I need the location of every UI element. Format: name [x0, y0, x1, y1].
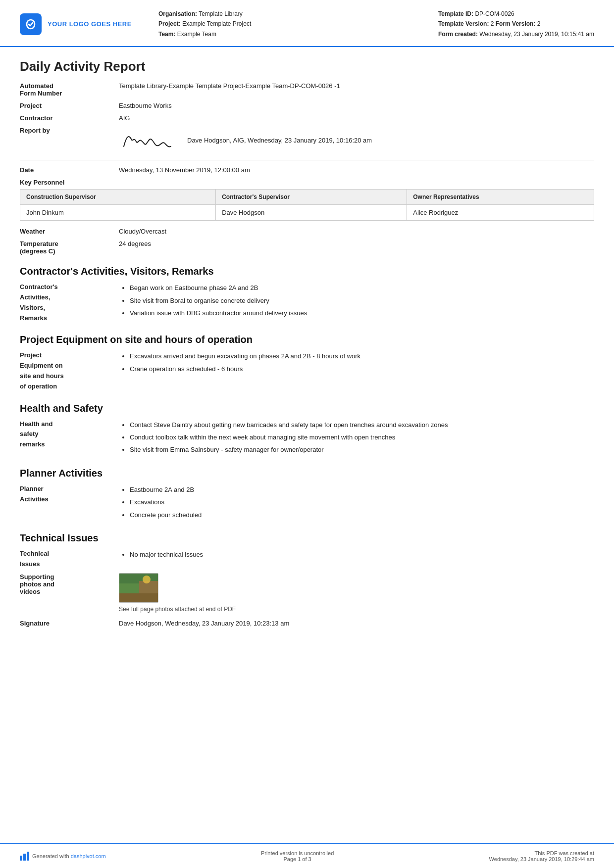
col-owner-representatives: Owner Representatives [407, 190, 594, 205]
list-item: Concrete pour scheduled [130, 509, 202, 521]
project-equipment-content: Project Equipment on site and hours of o… [20, 350, 594, 391]
footer-generated-text: Generated with dashpivot.com [32, 853, 106, 859]
form-version-label: Form Version: [496, 20, 536, 27]
contractors-activities-label: Contractor's Activities, Visitors, Remar… [20, 282, 119, 323]
planner-activities-label: Planner Activities [20, 484, 119, 505]
svg-point-4 [143, 576, 151, 583]
planner-activities-content: Planner Activities Eastbourne 2A and 2B … [20, 484, 594, 522]
technical-issues-list: No major technical issues [119, 549, 203, 561]
weather-value: Cloudy/Overcast [119, 228, 594, 235]
date-value: Wednesday, 13 November 2019, 12:00:00 am [119, 166, 594, 174]
automated-label: Automated Form Number [20, 82, 119, 97]
list-item: Site visit from Emma Sainsbury - safety … [130, 444, 448, 455]
signature-row: Signature Dave Hodgson, Wednesday, 23 Ja… [20, 620, 594, 627]
contractors-activities-list: Began work on Eastbourne phase 2A and 2B… [119, 282, 307, 320]
photos-label: Supporting photos and videos [20, 573, 119, 595]
photo-caption: See full page photos attached at end of … [119, 606, 594, 613]
divider-1 [20, 160, 594, 160]
project-label: Project: [158, 20, 181, 27]
list-item: Crane operation as scheduled - 6 hours [130, 363, 360, 375]
col-contractors-supervisor: Contractor's Supervisor [216, 190, 407, 205]
photo-thumbnail [119, 573, 158, 603]
health-safety-label: Health and safety remarks [20, 419, 119, 450]
temperature-row: Temperature (degrees C) 24 degrees [20, 240, 594, 255]
report-title: Daily Activity Report [20, 59, 594, 74]
project-row: Project Eastbourne Works [20, 102, 594, 109]
signature-image [119, 127, 178, 154]
project-value: Eastbourne Works [119, 102, 594, 109]
report-by-value: Dave Hodgson, AIG, Wednesday, 23 January… [119, 127, 594, 154]
team-value: Example Team [177, 31, 216, 38]
signature-value: Dave Hodgson, Wednesday, 23 January 2019… [119, 620, 594, 627]
footer-link[interactable]: dashpivot.com [71, 853, 106, 859]
footer-bars-icon [20, 852, 29, 861]
page: YOUR LOGO GOES HERE Organisation: Templa… [0, 0, 614, 868]
col-construction-supervisor: Construction Supervisor [20, 190, 216, 205]
planner-activities-list: Eastbourne 2A and 2B Excavations Concret… [119, 484, 202, 522]
svg-rect-2 [119, 583, 139, 593]
date-label: Date [20, 166, 119, 174]
contractor-value: AIG [119, 114, 594, 122]
health-safety-heading: Health and Safety [20, 403, 594, 414]
key-personnel-label: Key Personnel [20, 179, 594, 186]
footer-logo: Generated with dashpivot.com [20, 852, 106, 861]
footer-left: Generated with dashpivot.com [20, 852, 106, 861]
report-by-text: Dave Hodgson, AIG, Wednesday, 23 January… [187, 137, 372, 144]
logo-icon [20, 13, 42, 35]
health-safety-content: Health and safety remarks Contact Steve … [20, 419, 594, 457]
project-equipment-heading: Project Equipment on site and hours of o… [20, 334, 594, 345]
header-meta: Organisation: Template Library Project: … [158, 9, 428, 39]
list-item: Contact Steve Daintry about getting new … [130, 419, 448, 431]
footer-center: Printed version is uncontrolled Page 1 o… [261, 850, 334, 862]
date-row: Date Wednesday, 13 November 2019, 12:00:… [20, 166, 594, 174]
personnel-header-row: Construction Supervisor Contractor's Sup… [20, 190, 594, 205]
technical-issues-heading: Technical Issues [20, 532, 594, 544]
photos-row: Supporting photos and videos See full pa… [20, 573, 594, 613]
footer-right: This PDF was created at Wednesday, 23 Ja… [489, 850, 594, 862]
list-item: Site visit from Boral to organise concre… [130, 295, 307, 306]
key-personnel-section: Key Personnel Construction Supervisor Co… [20, 179, 594, 221]
contractors-activities-heading: Contractor's Activities, Visitors, Remar… [20, 266, 594, 277]
personnel-data-row: John Dinkum Dave Hodgson Alice Rodriguez [20, 205, 594, 221]
automated-value: Template Library-Example Template Projec… [119, 82, 594, 90]
report-by-label: Report by [20, 127, 119, 134]
technical-issues-content: Technical Issues No major technical issu… [20, 549, 594, 570]
personnel-table: Construction Supervisor Contractor's Sup… [20, 189, 594, 221]
org-value: Template Library [199, 10, 243, 17]
planner-activities-heading: Planner Activities [20, 468, 594, 479]
weather-label: Weather [20, 228, 119, 235]
owner-rep-value: Alice Rodriguez [407, 205, 594, 221]
photos-value: See full page photos attached at end of … [119, 573, 594, 613]
form-version-value: 2 [537, 20, 541, 27]
list-item: Began work on Eastbourne phase 2A and 2B [130, 282, 307, 293]
list-item: Eastbourne 2A and 2B [130, 484, 202, 495]
project-equipment-label: Project Equipment on site and hours of o… [20, 350, 119, 391]
bar-1 [20, 856, 22, 861]
project-equipment-list: Excavators arrived and begun excavating … [119, 350, 360, 376]
contractors-supervisor-value: Dave Hodgson [216, 205, 407, 221]
logo-area: YOUR LOGO GOES HERE [20, 9, 149, 39]
temperature-label: Temperature (degrees C) [20, 240, 119, 255]
contractors-activities-content: Contractor's Activities, Visitors, Remar… [20, 282, 594, 323]
team-label: Team: [158, 31, 175, 38]
contractor-row: Contractor AIG [20, 114, 594, 122]
header: YOUR LOGO GOES HERE Organisation: Templa… [0, 0, 614, 47]
temperature-value: 24 degrees [119, 240, 594, 247]
weather-row: Weather Cloudy/Overcast [20, 228, 594, 235]
template-version-value: 2 [491, 20, 494, 27]
org-label: Organisation: [158, 10, 197, 17]
list-item: No major technical issues [130, 549, 203, 560]
automated-form-row: Automated Form Number Template Library-E… [20, 82, 594, 97]
health-safety-list: Contact Steve Daintry about getting new … [119, 419, 448, 457]
header-meta-right: Template ID: DP-COM-0026 Template Versio… [438, 9, 594, 39]
construction-supervisor-value: John Dinkum [20, 205, 216, 221]
template-id-label: Template ID: [438, 10, 473, 17]
form-created-value: Wednesday, 23 January 2019, 10:15:41 am [479, 31, 594, 38]
footer: Generated with dashpivot.com Printed ver… [0, 843, 614, 868]
logo-text: YOUR LOGO GOES HERE [48, 20, 132, 28]
project-label: Project [20, 102, 119, 109]
list-item: Excavators arrived and begun excavating … [130, 350, 360, 362]
bar-2 [23, 854, 26, 861]
template-id-value: DP-COM-0026 [475, 10, 514, 17]
report-by-row: Report by Dave Hodgson, AIG, Wednesday, … [20, 127, 594, 154]
